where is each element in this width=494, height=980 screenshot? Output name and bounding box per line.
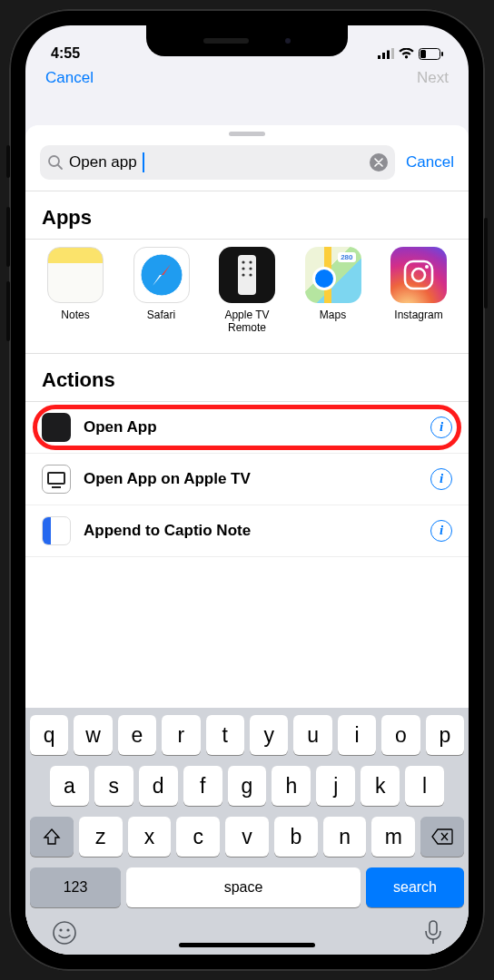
svg-point-18 bbox=[242, 273, 244, 276]
info-button[interactable]: i bbox=[430, 468, 452, 490]
action-open-app-apple-tv[interactable]: Open App on Apple TV i bbox=[25, 454, 469, 505]
volume-down bbox=[6, 281, 10, 341]
numbers-key[interactable]: 123 bbox=[30, 867, 121, 907]
key-u[interactable]: u bbox=[293, 715, 331, 755]
apps-header: Apps bbox=[25, 191, 469, 239]
keyboard: q w e r t y u i o p a s d f g h bbox=[25, 708, 469, 955]
key-i[interactable]: i bbox=[338, 715, 376, 755]
app-label: Apple TV Remote bbox=[210, 309, 284, 335]
svg-point-21 bbox=[412, 269, 425, 281]
svg-rect-29 bbox=[430, 921, 437, 935]
status-time: 4:55 bbox=[51, 45, 80, 62]
phone-frame: 4:55 Cancel Next Open app bbox=[9, 9, 485, 971]
captio-icon bbox=[42, 516, 71, 545]
background-nav: Cancel Next bbox=[25, 69, 469, 87]
app-label: Maps bbox=[320, 309, 346, 321]
svg-rect-1 bbox=[382, 53, 385, 59]
key-h[interactable]: h bbox=[272, 766, 311, 806]
key-r[interactable]: r bbox=[162, 715, 200, 755]
key-x[interactable]: x bbox=[128, 817, 172, 857]
action-label: Open App bbox=[84, 418, 418, 436]
status-indicators bbox=[378, 48, 443, 60]
keyboard-row-1: q w e r t y u i o p bbox=[30, 715, 464, 755]
svg-point-14 bbox=[242, 260, 244, 263]
instagram-icon bbox=[390, 247, 447, 303]
key-b[interactable]: b bbox=[274, 817, 318, 857]
svg-point-28 bbox=[66, 928, 69, 931]
key-f[interactable]: f bbox=[183, 766, 222, 806]
svg-point-16 bbox=[242, 267, 244, 270]
key-t[interactable]: t bbox=[206, 715, 244, 755]
notch bbox=[146, 25, 348, 56]
svg-rect-24 bbox=[49, 474, 64, 483]
svg-point-7 bbox=[49, 156, 59, 166]
svg-point-26 bbox=[54, 922, 75, 944]
mic-icon bbox=[424, 920, 442, 946]
key-s[interactable]: s bbox=[94, 766, 133, 806]
space-key[interactable]: space bbox=[126, 867, 361, 907]
sheet-grabber[interactable] bbox=[229, 132, 265, 136]
key-g[interactable]: g bbox=[228, 766, 267, 806]
key-e[interactable]: e bbox=[118, 715, 156, 755]
app-maps[interactable]: 280 Maps bbox=[296, 247, 370, 335]
app-safari[interactable]: Safari bbox=[124, 247, 199, 335]
search-field[interactable]: Open app bbox=[40, 145, 395, 180]
power-button bbox=[484, 218, 488, 309]
safari-icon bbox=[133, 247, 190, 303]
info-button[interactable]: i bbox=[430, 520, 452, 542]
key-w[interactable]: w bbox=[74, 715, 112, 755]
svg-point-27 bbox=[59, 928, 62, 931]
search-icon bbox=[47, 154, 64, 171]
home-indicator[interactable] bbox=[179, 943, 315, 947]
screen: 4:55 Cancel Next Open app bbox=[25, 25, 469, 955]
action-append-captio[interactable]: Append to Captio Note i bbox=[25, 505, 469, 557]
app-apple-tv-remote[interactable]: Apple TV Remote bbox=[210, 247, 284, 335]
search-key[interactable]: search bbox=[366, 867, 464, 907]
cancel-button[interactable]: Cancel bbox=[406, 153, 454, 172]
key-d[interactable]: d bbox=[139, 766, 178, 806]
backspace-key[interactable] bbox=[420, 817, 464, 857]
action-label: Open App on Apple TV bbox=[84, 470, 418, 488]
shift-key[interactable] bbox=[30, 817, 74, 857]
dictation-button[interactable] bbox=[424, 920, 442, 949]
svg-rect-6 bbox=[441, 52, 443, 56]
clear-button[interactable] bbox=[370, 153, 388, 172]
actions-header: Actions bbox=[25, 354, 469, 401]
keyboard-row-4: 123 space search bbox=[30, 867, 464, 907]
app-notes[interactable]: Notes bbox=[38, 247, 113, 335]
app-label: Notes bbox=[61, 309, 89, 321]
app-grid-icon bbox=[42, 413, 71, 442]
svg-point-22 bbox=[425, 265, 429, 269]
key-l[interactable]: l bbox=[405, 766, 444, 806]
battery-icon bbox=[419, 48, 443, 60]
key-q[interactable]: q bbox=[30, 715, 68, 755]
tv-icon bbox=[42, 465, 71, 494]
key-p[interactable]: p bbox=[426, 715, 464, 755]
backspace-icon bbox=[431, 828, 453, 845]
key-o[interactable]: o bbox=[381, 715, 420, 755]
app-instagram[interactable]: Instagram bbox=[381, 247, 456, 335]
key-c[interactable]: c bbox=[176, 817, 220, 857]
close-icon bbox=[374, 158, 383, 167]
action-open-app[interactable]: Open App i bbox=[25, 402, 469, 454]
key-n[interactable]: n bbox=[323, 817, 367, 857]
key-z[interactable]: z bbox=[79, 817, 123, 857]
svg-rect-2 bbox=[387, 51, 390, 60]
svg-rect-13 bbox=[238, 255, 256, 295]
svg-point-19 bbox=[249, 273, 252, 276]
key-y[interactable]: y bbox=[250, 715, 288, 755]
emoji-button[interactable] bbox=[52, 920, 77, 949]
info-button[interactable]: i bbox=[430, 416, 452, 438]
key-m[interactable]: m bbox=[371, 817, 415, 857]
svg-rect-0 bbox=[378, 55, 380, 59]
keyboard-row-2: a s d f g h j k l bbox=[30, 766, 464, 806]
svg-point-15 bbox=[249, 260, 252, 263]
key-k[interactable]: k bbox=[361, 766, 400, 806]
maps-icon: 280 bbox=[305, 247, 361, 303]
key-v[interactable]: v bbox=[225, 817, 269, 857]
search-value: Open app bbox=[69, 153, 137, 172]
text-cursor bbox=[143, 152, 144, 172]
apps-row: Notes Safari Apple TV Remote 280 bbox=[25, 239, 469, 354]
key-j[interactable]: j bbox=[316, 766, 355, 806]
key-a[interactable]: a bbox=[50, 766, 89, 806]
